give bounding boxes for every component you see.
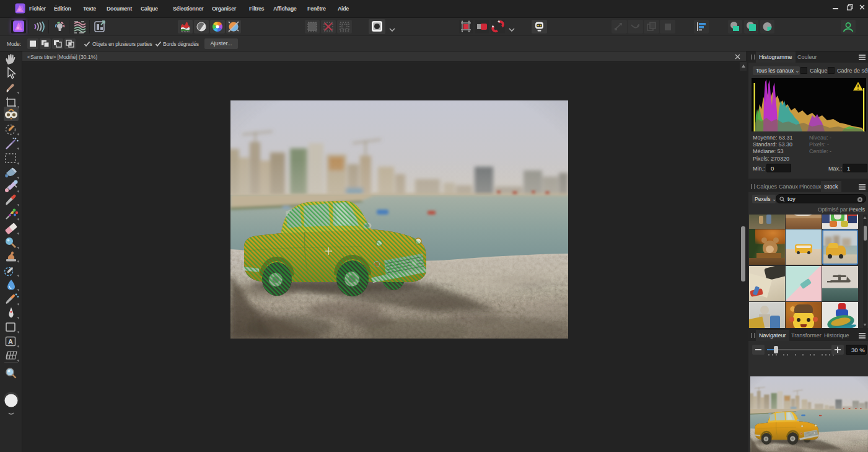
svg-text:A: A [8,338,13,345]
